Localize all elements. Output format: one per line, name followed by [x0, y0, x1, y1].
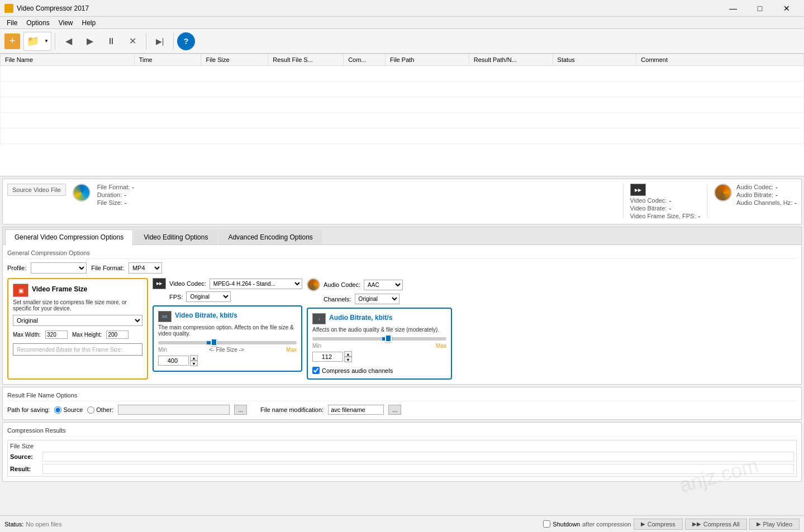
play-video-button[interactable]: ▶ Play Video	[749, 519, 800, 530]
video-codec-bitrate-col: ▶▶ Video Codec: MPEG-4 H.264 - Stand... …	[153, 278, 302, 380]
vbitrate-min: Min	[158, 347, 167, 353]
result-options-row: Path for saving: Source Other: ... File …	[7, 405, 797, 415]
channels-select[interactable]: Original Mono Stereo	[355, 294, 399, 304]
filename-browse-button[interactable]: ...	[388, 405, 401, 415]
path-input[interactable]	[118, 405, 230, 415]
channels-label: Channels:	[323, 296, 351, 303]
vbitrate-slider-thumb	[211, 338, 217, 346]
minimize-button[interactable]: —	[720, 0, 746, 17]
file-table-container: File Name Time File Size Result File S..…	[0, 54, 804, 176]
shutdown-checkbox[interactable]	[543, 520, 550, 528]
source-chart-row: Source:	[10, 452, 794, 462]
compress-button[interactable]: ▶ Compress	[634, 519, 683, 530]
menu-view[interactable]: View	[54, 18, 78, 28]
play-button[interactable]: ◀	[59, 31, 79, 51]
close-button[interactable]: ✕	[774, 0, 800, 17]
channels-row: Channels: Original Mono Stereo	[307, 294, 452, 304]
source-chart-label: Source:	[10, 453, 38, 460]
other-radio-group: Other:	[87, 406, 113, 414]
other-radio[interactable]	[87, 406, 94, 414]
max-width-input[interactable]	[45, 330, 68, 339]
format-value: -	[132, 184, 134, 190]
vbitrate-down[interactable]: ▼	[190, 361, 198, 366]
result-chart-row: Result:	[10, 464, 794, 474]
vfs-title: Video Frame Size	[32, 285, 87, 293]
tab-advanced[interactable]: Advanced Encoding Options	[218, 229, 322, 245]
col-filepath[interactable]: File Path	[386, 54, 469, 66]
abitrate-spinner: ▲ ▼	[344, 351, 352, 362]
tabs: General Video Compression Options Video …	[3, 227, 801, 245]
acodec-select[interactable]: AAC MP3 OGG	[364, 280, 403, 290]
toolbar-separator-2	[146, 33, 146, 50]
fps-label: FPS:	[169, 294, 183, 300]
vcodec-select[interactable]: MPEG-4 H.264 - Stand... MPEG-4 H.265	[210, 279, 302, 289]
filesize-value: -	[125, 199, 127, 206]
col-filename[interactable]: File Name	[1, 54, 135, 66]
achannels-label: Audio Channels, Hz:	[736, 199, 792, 206]
abitrate-down[interactable]: ▼	[344, 357, 352, 362]
video-frame-size-box: ▣ Video Frame Size Set smaller size to c…	[7, 278, 148, 380]
abitrate-slider-track	[312, 337, 446, 341]
source-radio[interactable]	[54, 406, 61, 414]
tab-content: General Compression Options Profile: Fil…	[3, 245, 801, 384]
pause-button[interactable]: ⏸	[101, 31, 121, 51]
cancel-icon: ✕	[129, 36, 136, 46]
col-result-path[interactable]: Result Path/N...	[469, 54, 553, 66]
vfs-size-select[interactable]: Original 320x240 640x480 1280x720	[13, 315, 142, 326]
vframesize-label: Video Frame Size, FPS:	[630, 213, 696, 219]
menu-help[interactable]: Help	[78, 18, 101, 28]
vcodec-label: Video Codec:	[630, 197, 667, 204]
filename-input[interactable]	[328, 405, 384, 415]
path-browse-button[interactable]: ...	[234, 405, 247, 415]
maximize-button[interactable]: □	[747, 0, 773, 17]
video-bitrate-box: ≡≡ Video Bitrate, kbit/s The main compre…	[153, 305, 302, 372]
profile-select[interactable]	[31, 262, 87, 274]
source-section-label: Source Video File	[7, 184, 66, 196]
status-label: Status:	[4, 521, 23, 528]
tab-editing[interactable]: Video Editing Options	[134, 229, 217, 245]
cancel-button[interactable]: ✕	[122, 31, 142, 51]
rewind-button[interactable]: ▶	[80, 31, 100, 51]
disc-icon	[73, 184, 91, 202]
max-height-input[interactable]	[106, 330, 129, 339]
vbitrate-up[interactable]: ▲	[190, 355, 198, 361]
format-select[interactable]: MP4 AVI MKV	[129, 262, 162, 274]
abitrate-up[interactable]: ▲	[344, 351, 352, 357]
compress-all-button[interactable]: ▶▶ Compress All	[685, 519, 747, 530]
fps-select[interactable]: Original 24 30	[186, 291, 231, 302]
col-comment[interactable]: Comment	[636, 54, 804, 66]
abitrate-max: Max	[436, 343, 446, 349]
col-result-size[interactable]: Result File S...	[268, 54, 344, 66]
source-audio-info: Audio Codec: - Audio Bitrate: - Audio Ch…	[714, 184, 797, 206]
folder-dropdown-button[interactable]: ▼	[42, 32, 51, 50]
compress-audio-checkbox[interactable]	[312, 367, 320, 374]
menu-file[interactable]: File	[2, 18, 22, 28]
col-status[interactable]: Status	[553, 54, 636, 66]
source-radio-label: Source	[63, 406, 83, 413]
menu-options[interactable]: Options	[22, 18, 54, 28]
vfs-dimensions: Max Width: Max Height:	[13, 330, 142, 339]
file-table: File Name Time File Size Result File S..…	[0, 54, 804, 144]
col-com[interactable]: Com...	[344, 54, 386, 66]
source-left-info: File Format: - Duration: - File Size: -	[97, 184, 616, 206]
col-filesize[interactable]: File Size	[201, 54, 268, 66]
vbitrate-slider-container	[158, 341, 297, 344]
source-video-content: Source Video File File Format: - Duratio…	[7, 184, 797, 219]
preview-button[interactable]: ▶|	[150, 31, 170, 51]
help-button[interactable]: ?	[177, 32, 195, 50]
vframesize-value: -	[698, 213, 700, 219]
folder-icon: 📁	[27, 35, 39, 47]
file-table-body	[1, 66, 804, 144]
acodec-label2: Audio Codec:	[323, 281, 360, 288]
add-file-button[interactable]: +	[2, 31, 22, 51]
vbitrate-spinner: ▲ ▼	[190, 355, 198, 366]
vbitrate-input[interactable]	[158, 356, 189, 366]
compression-results-section: Compression Results File Size Source: Re…	[2, 422, 802, 482]
play-video-icon: ▶	[757, 521, 761, 527]
tab-general[interactable]: General Video Compression Options	[5, 229, 133, 245]
col-time[interactable]: Time	[134, 54, 201, 66]
acodec-select-row: Audio Codec: AAC MP3 OGG	[307, 278, 452, 291]
open-folder-button[interactable]: 📁	[24, 32, 42, 50]
empty-row-4	[1, 113, 804, 128]
abitrate-input[interactable]	[312, 352, 343, 362]
